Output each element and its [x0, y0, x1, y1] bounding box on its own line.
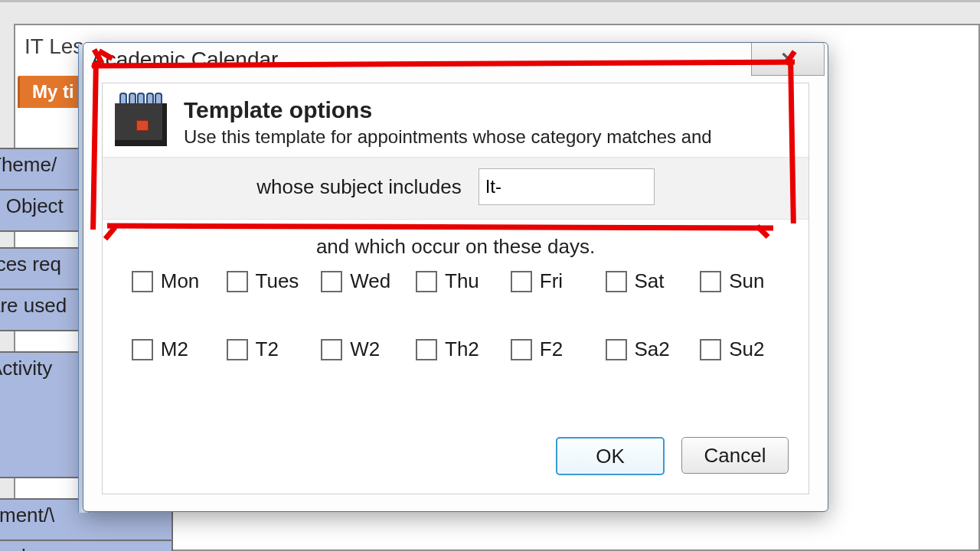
- days-caption: and which occur on these days.: [103, 235, 808, 259]
- checkbox-sat[interactable]: Sat: [606, 269, 685, 293]
- ok-button[interactable]: OK: [556, 437, 665, 475]
- days-row-2: M2 T2 W2 Th2 F2 Sa2 Su2: [103, 337, 808, 361]
- checkbox-fri[interactable]: Fri: [511, 269, 590, 293]
- dialog-body: Template options Use this template for a…: [102, 83, 809, 494]
- subject-label: whose subject includes: [256, 175, 461, 199]
- checkbox-sun[interactable]: Sun: [700, 269, 779, 293]
- template-options-dialog: Academic Calendar ✕ Template options Use…: [83, 42, 828, 512]
- checkbox-thu[interactable]: Thu: [416, 269, 495, 293]
- dialog-header: Template options Use this template for a…: [103, 83, 808, 157]
- checkbox-w2[interactable]: W2: [321, 337, 400, 361]
- cancel-button[interactable]: Cancel: [681, 437, 789, 474]
- dialog-titlebar[interactable]: Academic Calendar ✕: [83, 43, 828, 77]
- checkbox-wed[interactable]: Wed: [321, 269, 400, 293]
- checkbox-mon[interactable]: Mon: [132, 269, 211, 293]
- dialog-title: Academic Calendar: [91, 47, 278, 71]
- header-description: Use this template for appointments whose…: [184, 126, 712, 148]
- close-button[interactable]: ✕: [751, 43, 825, 76]
- checkbox-t2[interactable]: T2: [227, 337, 306, 361]
- subject-filter-row: whose subject includes: [103, 157, 808, 220]
- checkbox-sa2[interactable]: Sa2: [606, 337, 685, 361]
- dialog-button-row: OK Cancel: [556, 437, 789, 475]
- template-icon: [115, 94, 167, 146]
- tab-my-timetable[interactable]: My ti: [18, 76, 87, 108]
- checkbox-th2[interactable]: Th2: [416, 337, 495, 361]
- days-row-1: Mon Tues Wed Thu Fri Sat Sun: [103, 269, 808, 293]
- checkbox-m2[interactable]: M2: [132, 337, 211, 361]
- checkbox-tues[interactable]: Tues: [227, 269, 306, 293]
- subject-input[interactable]: [479, 168, 655, 205]
- close-icon: ✕: [780, 42, 795, 76]
- header-title: Template options: [184, 97, 712, 123]
- side-row: work: [0, 540, 173, 551]
- checkbox-f2[interactable]: F2: [511, 337, 590, 361]
- checkbox-su2[interactable]: Su2: [700, 337, 779, 361]
